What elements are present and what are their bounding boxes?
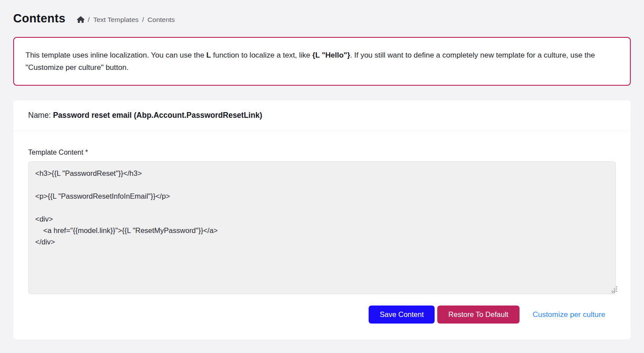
alert-bold-l-function: L [206,51,211,59]
page-header: Contents / Text Templates / Contents [13,0,631,37]
alert-text: This template uses inline localization. … [26,51,206,59]
customize-per-culture-link[interactable]: Customize per culture [533,310,605,319]
alert-text: function to localize a text, like [211,51,312,59]
breadcrumb-separator: / [142,16,144,24]
breadcrumb-item-text-templates[interactable]: Text Templates [93,16,139,24]
save-content-button[interactable]: Save Content [369,306,435,324]
template-name-label: Name: [28,111,51,120]
page: Contents / Text Templates / Contents Thi… [0,0,644,340]
template-name-value: Password reset email (Abp.Account.Passwo… [53,111,262,120]
inline-localization-alert: This template uses inline localization. … [13,37,631,86]
template-content-textarea[interactable]: <h3>{{L "PasswordReset"}}</h3> <p>{{L "P… [28,161,616,294]
template-content-wrap: <h3>{{L "PasswordReset"}}</h3> <p>{{L "P… [28,161,616,296]
template-card-body: Template Content * <h3>{{L "PasswordRese… [13,131,631,340]
actions-bar: Save Content Restore To Default Customiz… [28,306,616,324]
template-content-label: Template Content * [28,149,616,156]
restore-to-default-button[interactable]: Restore To Default [437,306,519,324]
breadcrumb-item-contents: Contents [147,16,175,24]
alert-bold-l-hello: {L "Hello"} [312,51,350,59]
breadcrumb: / Text Templates / Contents [77,16,175,24]
breadcrumb-separator: / [88,16,90,24]
template-card-header: Name: Password reset email (Abp.Account.… [13,100,631,131]
template-card: Name: Password reset email (Abp.Account.… [13,100,631,340]
page-title: Contents [13,12,66,25]
home-icon[interactable] [77,16,84,23]
